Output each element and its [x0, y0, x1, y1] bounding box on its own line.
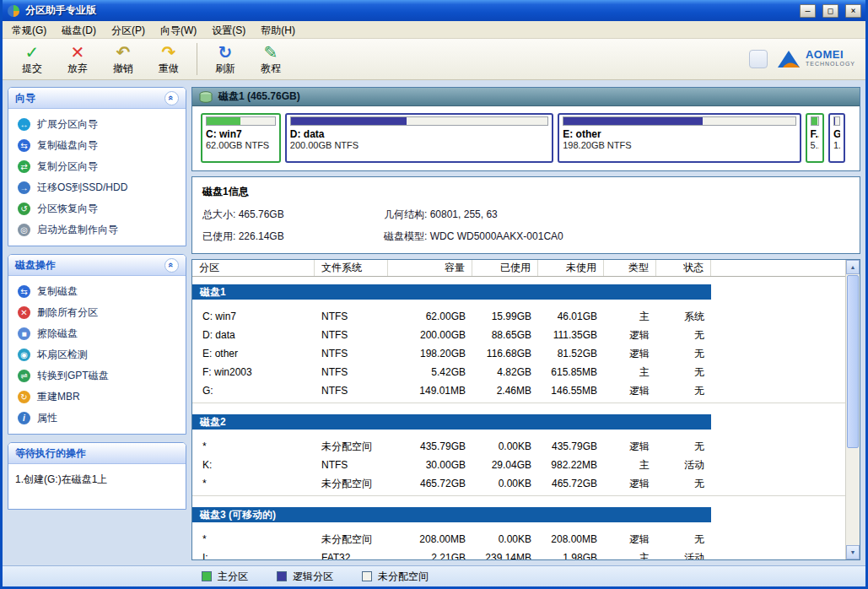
sidebar-item-wipe-disk[interactable]: 擦除磁盘: [12, 323, 182, 344]
tutorial-button[interactable]: 教程: [248, 41, 294, 78]
scroll-down-button[interactable]: ▼: [846, 545, 860, 559]
table-cell: 62.00GB: [388, 311, 472, 322]
table-cell: FAT32: [315, 552, 388, 559]
minimize-button[interactable]: –: [800, 4, 816, 18]
menu-general[interactable]: 常规(G): [4, 21, 54, 38]
refresh-button[interactable]: 刷新: [202, 41, 248, 78]
menu-help[interactable]: 帮助(H): [253, 21, 303, 38]
partition-row[interactable]: * 未分配空间 465.72GB 0.00KB 465.72GB 逻辑 无: [192, 474, 845, 493]
collapse-chevron-icon[interactable]: «: [164, 91, 179, 105]
sidebar-item-properties[interactable]: 属性: [12, 408, 182, 429]
collapse-chevron-icon[interactable]: «: [164, 258, 179, 273]
scrollbar-track[interactable]: [846, 274, 860, 545]
partition-row[interactable]: K: NTFS 30.00GB 29.04GB 982.22MB 主 活动: [192, 456, 845, 474]
disk-geometry: 几何结构: 60801, 255, 63: [384, 208, 849, 222]
sidebar-item-copy-disk-wizard[interactable]: 复制磁盘向导: [12, 135, 182, 156]
partition-row[interactable]: I: FAT32 2.21GB 239.14MB 1.98GB 主 活动: [192, 548, 845, 559]
sidebar-item-delete-all-partitions[interactable]: 删除所有分区: [12, 302, 182, 323]
partition-row[interactable]: E: other NTFS 198.20GB 116.68GB 81.52GB …: [192, 344, 845, 363]
disk-group-header[interactable]: 磁盘3 (可移动的): [192, 507, 711, 522]
vertical-scrollbar[interactable]: ▲ ▼: [845, 260, 860, 559]
disk-group-header[interactable]: 磁盘1: [192, 284, 711, 300]
partition-block-d[interactable]: D: data 200.00GB NTFS: [285, 113, 553, 163]
column-header-partition[interactable]: 分区: [192, 260, 315, 276]
column-header-filesystem[interactable]: 文件系统: [315, 260, 388, 276]
table-cell: 无: [656, 532, 711, 547]
table-cell: *: [192, 440, 315, 452]
table-cell: 465.72GB: [538, 478, 604, 489]
sidebar-item-expand-partition-wizard[interactable]: 扩展分区向导: [12, 114, 182, 135]
undo-button[interactable]: 撤销: [100, 41, 146, 78]
disk-operations-panel-header[interactable]: 磁盘操作 «: [8, 255, 186, 276]
maximize-button[interactable]: □: [822, 4, 838, 18]
menu-disk[interactable]: 磁盘(D): [54, 21, 104, 38]
column-header-capacity[interactable]: 容量: [388, 260, 472, 276]
legend-primary-partition: 主分区: [202, 570, 248, 584]
toolbar-separator: [197, 43, 197, 75]
menu-partition[interactable]: 分区(P): [104, 21, 153, 38]
sidebar-item-bootable-cd[interactable]: 启动光盘制作向导: [12, 219, 182, 240]
legend-label: 未分配空间: [378, 570, 429, 584]
partition-size-fs: 200.00GB NTFS: [290, 140, 548, 150]
partition-row[interactable]: D: data NTFS 200.00GB 88.65GB 111.35GB 逻…: [192, 326, 845, 344]
table-cell: 活动: [656, 458, 711, 473]
partition-block-g[interactable]: G 1.: [828, 113, 845, 163]
partition-row[interactable]: * 未分配空间 208.00MB 0.00KB 208.00MB 逻辑 无: [192, 530, 845, 548]
table-cell: G:: [192, 385, 315, 397]
table-cell: 4.82GB: [472, 366, 538, 378]
commit-button[interactable]: 提交: [9, 41, 55, 78]
scrollbar-thumb[interactable]: [847, 275, 859, 448]
sidebar-item-migrate-os[interactable]: 迁移OS到SSD/HDD: [12, 177, 182, 198]
scroll-up-button[interactable]: ▲: [846, 260, 860, 274]
table-cell: 未分配空间: [315, 532, 388, 547]
table-cell: 15.99GB: [472, 311, 538, 322]
column-header-unused[interactable]: 未使用: [538, 260, 604, 276]
wizards-panel-title: 向导: [15, 91, 35, 105]
table-cell: 逻辑: [604, 477, 656, 491]
disk1-view-header: 磁盘1 (465.76GB): [192, 88, 860, 106]
logical-partition-swatch: [277, 571, 287, 581]
sidebar-item-convert-gpt[interactable]: 转换到GPT磁盘: [12, 365, 182, 386]
table-cell: C: win7: [192, 311, 315, 322]
table-cell: 未分配空间: [315, 440, 388, 454]
partition-row[interactable]: * 未分配空间 435.79GB 0.00KB 435.79GB 逻辑 无: [192, 437, 845, 456]
undo-icon: [116, 43, 131, 62]
partition-block-c[interactable]: C: win7 62.00GB NTFS: [201, 113, 281, 163]
column-header-type[interactable]: 类型: [604, 260, 656, 276]
table-cell: 逻辑: [604, 347, 656, 361]
content-area: 向导 « 扩展分区向导 复制磁盘向导 复制分区向导: [3, 80, 865, 565]
partition-block-f[interactable]: F.. 5..: [806, 113, 824, 163]
commit-label: 提交: [22, 62, 42, 76]
toolbar-right-icon: [749, 50, 768, 68]
wipe-disk-icon: [18, 327, 30, 340]
sidebar-item-bad-sector-test[interactable]: 坏扇区检测: [12, 344, 182, 365]
sidebar-item-copy-disk[interactable]: 复制磁盘: [12, 281, 182, 302]
wizards-panel-header[interactable]: 向导 «: [8, 88, 186, 109]
table-cell: 208.00MB: [388, 533, 472, 545]
partition-row[interactable]: F: win2003 NTFS 5.42GB 4.82GB 615.85MB 主…: [192, 363, 845, 381]
discard-button[interactable]: 放弃: [55, 41, 100, 78]
table-cell: 活动: [656, 551, 711, 560]
close-button[interactable]: ×: [845, 4, 861, 18]
sidebar-item-partition-recovery[interactable]: 分区恢复向导: [12, 198, 182, 219]
column-header-filler: [711, 260, 845, 276]
partition-block-e[interactable]: E: other 198.20GB NTFS: [558, 113, 801, 163]
column-header-used[interactable]: 已使用: [472, 260, 538, 276]
copy-partition-wizard-icon: [18, 160, 30, 173]
menu-wizard[interactable]: 向导(W): [153, 21, 204, 38]
column-header-status[interactable]: 状态: [656, 260, 711, 276]
redo-button[interactable]: 重做: [146, 41, 191, 78]
partition-row[interactable]: C: win7 NTFS 62.00GB 15.99GB 46.01GB 主 系…: [192, 307, 845, 326]
menu-settings[interactable]: 设置(S): [204, 21, 253, 38]
disk-group-header[interactable]: 磁盘2: [192, 414, 711, 430]
sidebar-item-label: 复制磁盘: [37, 284, 78, 299]
usage-bar: [563, 116, 795, 126]
expand-partition-icon: [18, 118, 30, 131]
partition-row[interactable]: G: NTFS 149.01MB 2.46MB 146.55MB 逻辑 无: [192, 381, 845, 400]
sidebar-item-rebuild-mbr[interactable]: 重建MBR: [12, 386, 182, 408]
redo-icon: [162, 43, 176, 62]
pending-operations-panel-header[interactable]: 等待执行的操作: [8, 443, 186, 464]
table-cell: 0.00KB: [472, 533, 538, 545]
sidebar-item-copy-partition-wizard[interactable]: 复制分区向导: [12, 156, 182, 177]
table-cell: NTFS: [315, 348, 388, 359]
